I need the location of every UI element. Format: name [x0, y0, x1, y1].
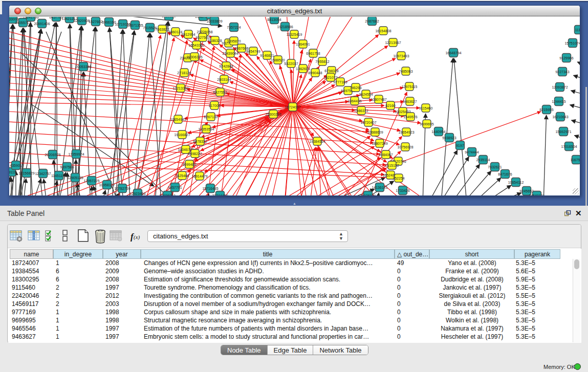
svg-text:9397586: 9397586	[60, 165, 74, 169]
svg-text:7955812: 7955812	[315, 60, 329, 63]
svg-text:1527602: 1527602	[89, 20, 102, 24]
svg-text:12213967: 12213967	[385, 41, 401, 45]
svg-text:10756928: 10756928	[397, 145, 413, 149]
svg-text:9699695: 9699695	[420, 122, 433, 126]
svg-text:435901: 435901	[10, 164, 21, 167]
svg-text:16154808: 16154808	[375, 29, 391, 33]
svg-text:14136141: 14136141	[372, 186, 387, 189]
svg-text:8427552: 8427552	[213, 91, 227, 94]
svg-text:11451194: 11451194	[51, 174, 67, 178]
svg-text:15692971: 15692971	[555, 130, 571, 134]
svg-text:7986372: 7986372	[354, 109, 368, 113]
svg-text:20053346: 20053346	[75, 65, 91, 69]
svg-text:9463627: 9463627	[403, 100, 417, 103]
svg-text:9146821: 9146821	[260, 54, 274, 57]
svg-text:7357224: 7357224	[227, 26, 241, 29]
svg-text:7632621: 7632621	[488, 165, 502, 169]
svg-text:8267130: 8267130	[204, 115, 217, 119]
svg-text:21439044: 21439044	[222, 52, 238, 55]
svg-text:16914479: 16914479	[191, 174, 207, 178]
svg-text:16648794: 16648794	[445, 51, 461, 55]
svg-text:9242848: 9242848	[219, 64, 233, 68]
svg-text:24549181: 24549181	[529, 194, 545, 196]
svg-text:1733426: 1733426	[396, 189, 409, 192]
svg-text:19166827: 19166827	[174, 133, 190, 137]
svg-text:8471676: 8471676	[498, 172, 512, 176]
svg-text:2803144: 2803144	[217, 78, 231, 81]
svg-text:7663822: 7663822	[155, 28, 169, 31]
svg-text:16782759: 16782759	[114, 187, 130, 190]
svg-text:12342757: 12342757	[35, 172, 51, 176]
svg-text:10654943: 10654943	[170, 118, 186, 121]
svg-text:12920906: 12920906	[74, 19, 90, 23]
svg-text:16671355: 16671355	[127, 24, 143, 27]
svg-text:9227343: 9227343	[555, 70, 569, 74]
svg-text:16033809: 16033809	[206, 19, 222, 23]
svg-text:7625402: 7625402	[175, 174, 189, 178]
svg-text:16210643: 16210643	[552, 115, 568, 119]
svg-text:8029889: 8029889	[162, 17, 176, 18]
svg-text:8215955: 8215955	[539, 108, 553, 112]
svg-text:1244415: 1244415	[552, 100, 565, 103]
svg-text:1364091: 1364091	[296, 42, 310, 46]
svg-text:6961758: 6961758	[306, 52, 320, 55]
svg-text:1621072: 1621072	[323, 76, 337, 79]
svg-text:9197: 9197	[456, 144, 464, 147]
svg-text:746266: 746266	[350, 86, 361, 90]
svg-text:1362615: 1362615	[296, 67, 310, 71]
svg-text:8912954: 8912954	[181, 33, 195, 36]
svg-text:19218586: 19218586	[277, 25, 293, 29]
svg-text:9115460: 9115460	[419, 106, 433, 110]
svg-text:3395870: 3395870	[227, 39, 241, 43]
svg-text:10958107: 10958107	[99, 183, 115, 187]
svg-text:12975115: 12975115	[402, 85, 418, 89]
svg-text:252254: 252254	[393, 177, 404, 180]
svg-text:17957225: 17957225	[83, 179, 99, 183]
svg-text:15720407: 15720407	[360, 121, 376, 124]
svg-text:25300293: 25300293	[265, 113, 281, 116]
svg-text:117004: 117004	[209, 104, 221, 107]
svg-text:23936053: 23936053	[159, 194, 175, 196]
svg-text:116753: 116753	[571, 158, 580, 162]
svg-text:22306335: 22306335	[186, 55, 202, 59]
svg-text:12923466: 12923466	[129, 192, 145, 195]
svg-text:9084067: 9084067	[379, 153, 393, 157]
svg-text:10654112: 10654112	[508, 181, 524, 184]
svg-text:20206576: 20206576	[45, 153, 60, 157]
svg-text:6794028: 6794028	[324, 69, 338, 73]
svg-text:12156829: 12156829	[18, 171, 34, 175]
svg-text:9457791: 9457791	[168, 186, 182, 189]
svg-text:9245652: 9245652	[519, 189, 533, 193]
svg-text:1549576: 1549576	[403, 115, 417, 119]
svg-text:15751074: 15751074	[564, 41, 580, 45]
svg-text:5938923: 5938923	[442, 136, 456, 140]
svg-text:7485063: 7485063	[399, 70, 412, 73]
svg-text:2718126: 2718126	[177, 71, 191, 75]
svg-text:62160: 62160	[385, 104, 396, 107]
svg-text:8186328: 8186328	[208, 39, 222, 42]
svg-text:19654923: 19654923	[398, 130, 414, 134]
svg-text:12093872: 12093872	[552, 85, 568, 89]
svg-text:8860124: 8860124	[168, 30, 182, 34]
svg-text:16543362: 16543362	[188, 43, 204, 47]
svg-text:1117: 1117	[575, 28, 580, 32]
svg-text:9777169: 9777169	[333, 80, 347, 84]
svg-text:10973493: 10973493	[393, 54, 409, 58]
svg-text:18807249: 18807249	[372, 142, 387, 145]
svg-text:18724007: 18724007	[285, 105, 300, 109]
svg-text:2935114: 2935114	[476, 158, 490, 162]
svg-text:13241736: 13241736	[23, 17, 38, 19]
svg-text:8454749: 8454749	[246, 50, 260, 53]
svg-text:9129966: 9129966	[559, 56, 573, 60]
svg-text:8813054: 8813054	[267, 18, 281, 21]
svg-text:5498222: 5498222	[188, 152, 202, 156]
svg-text:11325419: 11325419	[287, 33, 302, 36]
svg-text:12353594: 12353594	[198, 127, 214, 131]
svg-text:10688609: 10688609	[367, 130, 383, 134]
svg-text:1588520: 1588520	[271, 58, 285, 62]
svg-text:12213389: 12213389	[172, 86, 188, 90]
svg-text:12905135: 12905135	[67, 176, 83, 180]
svg-text:2087682: 2087682	[365, 19, 379, 23]
svg-text:19384554: 19384554	[309, 140, 325, 143]
svg-text:17016504: 17016504	[561, 145, 577, 148]
